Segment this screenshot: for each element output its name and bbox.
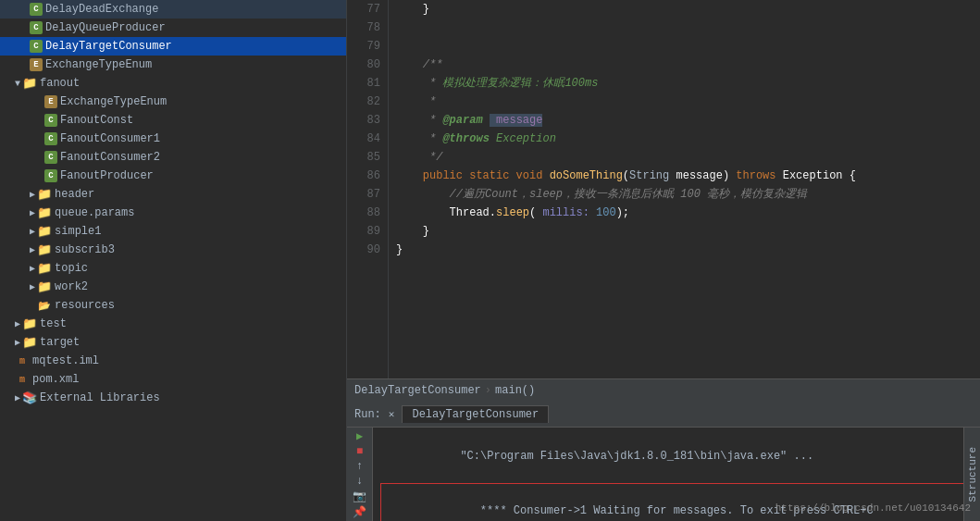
code-line-83: * @param message [396,111,973,130]
code-line-79 [396,37,973,56]
tree-item-fanout-const[interactable]: C FanoutConst [0,111,346,130]
tree-item-simple1[interactable]: ▶ 📁 simple1 [0,222,346,241]
run-tab-delay-target-consumer[interactable]: DelayTargetConsumer [402,405,549,423]
class-icon: C [30,40,43,53]
tree-item-label: resources [55,299,115,312]
tree-item-label: queue.params [55,206,134,219]
file-tree[interactable]: C DelayDeadExchange C DelayQueueProducer… [0,0,347,521]
pin-button[interactable]: 📌 [350,505,370,519]
folder-icon: 📁 [22,335,37,350]
tree-item-external-libs[interactable]: ▶ 📚 External Libraries [0,389,346,407]
tree-item-header[interactable]: ▶ 📁 header [0,185,346,204]
console-controls: ▶ ■ ↑ ↓ 📷 📌 ⬆ ⬇ [347,428,373,521]
code-line-89: } [396,222,973,241]
restart-button[interactable]: ▶ [350,429,370,443]
code-editor: 77 78 79 80 81 82 83 84 85 86 87 88 89 9… [347,0,980,401]
tree-item-resources[interactable]: ▶ 📂 resources [0,296,346,315]
libs-icon: 📚 [22,391,37,405]
folder-icon: 📁 [37,224,52,239]
scroll-up-button[interactable]: ↑ [350,460,370,473]
class-icon: C [30,21,43,34]
tree-item-exchange-type-enum-1[interactable]: E ExchangeTypeEnum [0,56,346,74]
code-lines[interactable]: } /** * 模拟处理复杂逻辑：休眠100ms * * @param mess… [389,0,980,378]
stop-button[interactable]: ■ [350,445,370,458]
class-icon: C [44,151,57,164]
tree-item-label: FanoutConst [60,114,133,127]
tree-item-subscrib3[interactable]: ▶ 📁 subscrib3 [0,241,346,259]
tree-item-exchange-type-enum-2[interactable]: E ExchangeTypeEnum [0,93,346,111]
tree-item-queue-params[interactable]: ▶ 📁 queue.params [0,204,346,222]
structure-label[interactable]: Structure [967,447,978,502]
code-line-88: Thread.sleep( millis: 100); [396,204,973,222]
tree-item-label: DelayDeadExchange [45,3,158,16]
tree-item-fanout-consumer1[interactable]: C FanoutConsumer1 [0,130,346,148]
expand-arrow-icon: ▶ [30,263,35,274]
folder-icon: 📁 [22,76,37,91]
tree-item-label: test [40,317,67,330]
tree-item-fanout-producer[interactable]: C FanoutProducer [0,167,346,185]
tree-item-label: DelayTargetConsumer [45,40,172,53]
tree-item-label: mqtest.iml [32,354,99,367]
tree-item-pom-xml[interactable]: m pom.xml [0,370,346,389]
tree-item-work2[interactable]: ▶ 📁 work2 [0,278,346,296]
breadcrumb-method[interactable]: main() [495,384,535,397]
tree-item-topic[interactable]: ▶ 📁 topic [0,259,346,278]
class-icon: C [44,114,57,127]
folder-icon: 📁 [37,242,52,257]
tree-item-label: target [40,336,80,349]
tree-item-mqtest-iml[interactable]: m mqtest.iml [0,352,346,370]
tree-item-fanout-consumer2[interactable]: C FanoutConsumer2 [0,148,346,167]
tree-item-label: FanoutConsumer2 [60,151,160,164]
tree-item-label: ExchangeTypeEnum [45,58,152,71]
tree-item-label: FanoutConsumer1 [60,132,160,145]
tree-item-label: simple1 [55,225,101,238]
tree-item-label: ExchangeTypeEnum [60,95,167,108]
expand-arrow-icon: ▶ [30,281,35,292]
expand-arrow-icon: ▶ [30,226,35,237]
tree-item-test[interactable]: ▶ 📁 test [0,315,346,333]
expand-arrow-icon: ▶ [30,207,35,218]
line-numbers: 77 78 79 80 81 82 83 84 85 86 87 88 89 9… [347,0,389,378]
tree-item-label: fanout [40,77,80,90]
expand-arrow-icon: ▶ [15,318,20,329]
breadcrumb: DelayTargetConsumer › main() [347,378,980,401]
tree-item-label: FanoutProducer [60,169,154,182]
breadcrumb-file[interactable]: DelayTargetConsumer [354,384,481,397]
run-tab-label: DelayTargetConsumer [412,408,539,421]
folder-icon: 📁 [37,187,52,202]
tree-item-fanout[interactable]: ▼ 📁 fanout [0,74,346,93]
scroll-down-button[interactable]: ↓ [350,475,370,488]
console-path-line: "C:\Program Files\Java\jdk1.8.0_181\bin\… [380,431,956,481]
tree-item-delay-target-consumer[interactable]: C DelayTargetConsumer [0,37,346,56]
folder-icon: 📁 [22,316,37,331]
code-line-78 [396,19,973,37]
tree-item-target[interactable]: ▶ 📁 target [0,333,346,352]
pom-icon: m [15,372,30,387]
expand-arrow-icon: ▶ [15,337,20,348]
tree-item-label: External Libraries [40,391,160,404]
run-label: Run: [354,408,381,421]
code-line-90: } [396,241,973,259]
code-line-85: */ [396,148,973,167]
tree-item-label: topic [55,262,88,275]
tree-item-label: pom.xml [32,373,79,386]
watermark: https://blog.csdn.net/u010134642 [775,502,971,514]
tree-item-delay-queue-producer[interactable]: C DelayQueueProducer [0,19,346,37]
enum-icon: E [30,58,43,71]
camera-button[interactable]: 📷 [350,490,370,503]
tree-item-label: DelayQueueProducer [45,21,166,34]
folder-icon: 📁 [37,261,52,276]
code-line-84: * @throws Exception [396,130,973,148]
expand-arrow-icon: ▼ [15,79,20,89]
enum-icon: E [44,95,57,108]
tree-item-label: work2 [55,280,88,293]
run-tab-bar: Run: ✕ DelayTargetConsumer [347,402,980,428]
close-run-icon[interactable]: ✕ [389,408,395,420]
resources-icon: 📂 [37,298,52,313]
code-line-81: * 模拟处理复杂逻辑：休眠100ms [396,74,973,93]
class-icon: C [44,169,57,182]
tree-item-delay-dead-exchange[interactable]: C DelayDeadExchange [0,0,346,19]
class-icon: C [44,132,57,145]
breadcrumb-separator: › [485,384,491,397]
code-line-80: /** [396,56,973,74]
